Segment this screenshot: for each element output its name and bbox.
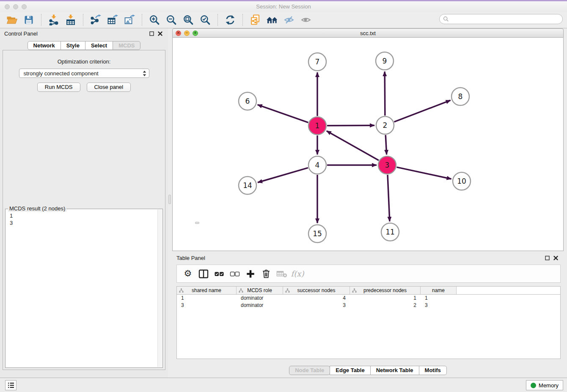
graph-edge-2-3[interactable]: [385, 135, 386, 155]
import-table-button[interactable]: [63, 13, 78, 27]
zoom-out-button[interactable]: [164, 13, 179, 27]
table-panel-title: Table Panel: [176, 255, 205, 261]
select-all-button[interactable]: [213, 267, 226, 281]
select-chevrons-icon: [143, 70, 146, 77]
zoom-out-icon: [166, 14, 177, 25]
table-cell[interactable]: 2: [350, 302, 421, 309]
graph-edge-3-10[interactable]: [396, 167, 451, 179]
column-header-name[interactable]: name: [421, 287, 457, 294]
search-input[interactable]: [451, 15, 562, 23]
result-scrollbar[interactable]: [157, 210, 162, 367]
table-options-button[interactable]: ⚙: [182, 267, 194, 281]
column-header-predecessor-nodes[interactable]: predecessor nodes: [350, 287, 421, 294]
save-session-button[interactable]: [22, 13, 36, 27]
mcds-result-box: MCDS result (2 nodes) 1 3: [5, 209, 163, 368]
close-panel-button[interactable]: [156, 30, 164, 37]
task-history-button[interactable]: [5, 380, 17, 390]
graph-edge-1-6[interactable]: [258, 105, 308, 122]
table-panel-tabs: Node TableEdge TableNetwork TableMotifs: [172, 366, 564, 375]
float-table-panel-button[interactable]: [543, 254, 551, 262]
tab-select[interactable]: Select: [85, 41, 113, 50]
export-table-button[interactable]: [105, 13, 120, 27]
eye-slash-icon: [284, 15, 295, 25]
delete-table-icon: [276, 270, 287, 278]
graph-node-label: 3: [385, 161, 390, 169]
table-cell[interactable]: 1: [421, 295, 457, 302]
vertical-splitter-grip[interactable]: [168, 195, 171, 204]
delete-table-button[interactable]: [275, 267, 288, 281]
graph-edge-3-11[interactable]: [388, 175, 390, 221]
table-row[interactable]: 1dominator411: [177, 295, 560, 302]
table-tab-node-table[interactable]: Node Table: [289, 366, 330, 375]
toolbar-separator: [83, 14, 83, 26]
split-panel-button[interactable]: [197, 267, 210, 281]
table-tab-network-table[interactable]: Network Table: [370, 366, 419, 375]
graph-node-label: 7: [315, 58, 320, 66]
list-icon: [8, 382, 14, 388]
mcds-result-list[interactable]: 1 3: [6, 209, 162, 229]
import-network-button[interactable]: [47, 13, 61, 27]
memory-status-icon: [531, 383, 536, 388]
hide-selected-button[interactable]: [282, 13, 296, 27]
deselect-all-button[interactable]: [228, 267, 241, 281]
network-canvas[interactable]: 7968124314101511: [172, 38, 564, 251]
close-panel-action-button[interactable]: Close panel: [87, 83, 131, 92]
network-titlebar[interactable]: ✕ − + scc.txt: [172, 28, 564, 38]
zoom-in-button[interactable]: [147, 13, 162, 27]
criterion-select[interactable]: strongly connected component: [19, 69, 149, 78]
export-table-icon: [107, 14, 118, 25]
refresh-layout-button[interactable]: [223, 13, 237, 27]
function-icon: f(x): [291, 269, 304, 278]
graph-edge-3-1[interactable]: [327, 131, 379, 160]
run-mcds-button[interactable]: Run MCDS: [37, 83, 80, 92]
graph-edge-1-2[interactable]: [327, 125, 374, 126]
column-type-icon: [239, 288, 243, 293]
tab-style[interactable]: Style: [61, 41, 85, 50]
export-image-button[interactable]: [122, 13, 137, 27]
zoom-selected-button[interactable]: [198, 13, 212, 27]
table-tab-motifs[interactable]: Motifs: [419, 366, 447, 375]
import-table-icon: [65, 14, 76, 25]
zoom-fit-icon: [183, 14, 194, 25]
column-header-shared-name[interactable]: shared name: [177, 287, 237, 294]
table-cell[interactable]: dominator: [237, 295, 283, 302]
clone-network-icon: [250, 14, 261, 25]
table-cell[interactable]: 3: [421, 302, 457, 309]
memory-button[interactable]: Memory: [526, 380, 563, 390]
tab-mcds[interactable]: MCDS: [113, 41, 140, 50]
table-cell[interactable]: dominator: [237, 302, 283, 309]
table-cell[interactable]: 3: [283, 302, 350, 309]
table-tab-edge-table[interactable]: Edge Table: [330, 366, 370, 375]
table-cell[interactable]: 4: [283, 295, 350, 302]
graph-node-label: 14: [243, 181, 252, 190]
table-cell[interactable]: 3: [177, 302, 237, 309]
delete-column-button[interactable]: [260, 267, 272, 281]
show-all-button[interactable]: [299, 13, 313, 27]
graph-node-label: 11: [385, 228, 395, 236]
export-network-button[interactable]: [88, 13, 103, 27]
graph-node-label: 4: [315, 161, 320, 169]
add-column-button[interactable]: [244, 267, 257, 281]
close-table-panel-button[interactable]: [552, 254, 559, 262]
clone-network-button[interactable]: [248, 13, 262, 27]
table-row[interactable]: 3dominator323: [177, 302, 560, 309]
first-neighbors-button[interactable]: [265, 13, 279, 27]
table-cell[interactable]: 1: [177, 295, 237, 302]
graph-edge-2-9[interactable]: [385, 72, 385, 116]
graph-edge-4-14[interactable]: [258, 168, 308, 182]
toolbar-separator: [217, 14, 218, 26]
column-header-successor-nodes[interactable]: successor nodes: [283, 287, 350, 294]
float-panel-button[interactable]: [148, 30, 155, 37]
graph-edge-2-8[interactable]: [394, 100, 450, 122]
zoom-fit-button[interactable]: [181, 13, 195, 27]
function-builder-button[interactable]: f(x): [291, 267, 304, 281]
table-cell[interactable]: 1: [350, 295, 421, 302]
open-file-button[interactable]: [5, 13, 19, 27]
column-header-mcds-role[interactable]: MCDS role: [237, 287, 283, 294]
column-type-icon: [352, 288, 357, 293]
tab-network[interactable]: Network: [28, 41, 61, 50]
horizontal-splitter-grip[interactable]: [195, 222, 199, 224]
refresh-icon: [225, 14, 236, 25]
search-icon: [443, 16, 449, 22]
toolbar-separator: [142, 14, 142, 26]
